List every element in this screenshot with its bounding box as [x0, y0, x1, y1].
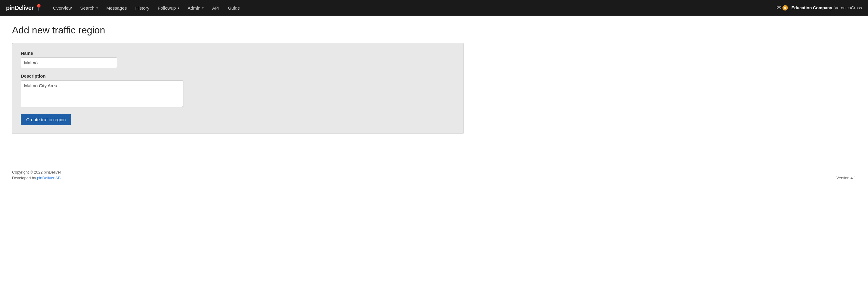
- brand-logo[interactable]: pinDeliver 📍: [6, 4, 43, 12]
- navbar: pinDeliver 📍 Overview Search ▾ Messages …: [0, 0, 868, 15]
- company-name: Education Company: [792, 5, 832, 10]
- name-group: Name: [21, 50, 455, 68]
- nav-link-guide[interactable]: Guide: [224, 0, 244, 15]
- mail-wrapper[interactable]: ✉ 0: [776, 4, 788, 11]
- nav-item-messages: Messages: [102, 0, 131, 15]
- nav-item-search: Search ▾: [76, 0, 102, 15]
- nav-label-overview: Overview: [53, 5, 72, 10]
- nav-link-followup[interactable]: Followup ▾: [154, 0, 183, 15]
- nav-item-guide: Guide: [224, 0, 244, 15]
- navbar-right: ✉ 0 Education Company, VeronicaCross: [776, 4, 862, 11]
- followup-caret-icon: ▾: [178, 6, 179, 10]
- nav-link-history[interactable]: History: [131, 0, 154, 15]
- nav-label-guide: Guide: [228, 5, 240, 10]
- nav-link-overview[interactable]: Overview: [49, 0, 76, 15]
- nav-link-messages[interactable]: Messages: [102, 0, 131, 15]
- username: VeronicaCross: [835, 5, 862, 10]
- nav-label-api: API: [212, 5, 219, 10]
- nav-label-history: History: [135, 5, 149, 10]
- brand-name: pinDeliver: [6, 4, 34, 11]
- nav-link-admin[interactable]: Admin ▾: [183, 0, 208, 15]
- footer-copyright: Copyright © 2022 pinDeliver: [12, 170, 61, 174]
- footer: Copyright © 2022 pinDeliver Developed by…: [0, 161, 868, 186]
- brand-pin-icon: 📍: [35, 4, 43, 12]
- page-title: Add new traffic region: [12, 25, 856, 36]
- nav-item-overview: Overview: [49, 0, 76, 15]
- footer-left: Copyright © 2022 pinDeliver Developed by…: [12, 170, 61, 180]
- nav-link-search[interactable]: Search ▾: [76, 0, 102, 15]
- footer-developed: Developed by pinDeliver AB: [12, 176, 61, 180]
- footer-right: Version 4.1: [836, 176, 856, 180]
- nav-label-admin: Admin: [188, 5, 200, 10]
- create-traffic-region-button[interactable]: Create traffic region: [21, 114, 71, 125]
- nav-link-api[interactable]: API: [208, 0, 223, 15]
- nav-label-search: Search: [80, 5, 95, 10]
- footer-version: Version 4.1: [836, 176, 856, 180]
- nav-menu: Overview Search ▾ Messages History Follo…: [49, 0, 776, 15]
- name-input[interactable]: [21, 58, 117, 68]
- description-label: Description: [21, 73, 455, 78]
- nav-item-history: History: [131, 0, 154, 15]
- footer-developed-text: Developed by: [12, 176, 37, 180]
- user-info: Education Company, VeronicaCross: [792, 5, 862, 10]
- nav-label-followup: Followup: [158, 5, 176, 10]
- main-content: Add new traffic region Name Description …: [0, 15, 868, 143]
- footer-link[interactable]: pinDeliver AB: [37, 176, 61, 180]
- description-textarea[interactable]: Malmö City Area: [21, 80, 183, 107]
- nav-item-followup: Followup ▾: [154, 0, 183, 15]
- mail-icon: ✉: [776, 4, 781, 11]
- mail-badge: 0: [782, 5, 788, 10]
- description-group: Description Malmö City Area: [21, 73, 455, 109]
- form-panel: Name Description Malmö City Area Create …: [12, 43, 464, 134]
- nav-item-admin: Admin ▾: [183, 0, 208, 15]
- nav-label-messages: Messages: [106, 5, 127, 10]
- admin-caret-icon: ▾: [202, 6, 204, 10]
- search-caret-icon: ▾: [96, 6, 98, 10]
- nav-item-api: API: [208, 0, 223, 15]
- name-label: Name: [21, 50, 455, 56]
